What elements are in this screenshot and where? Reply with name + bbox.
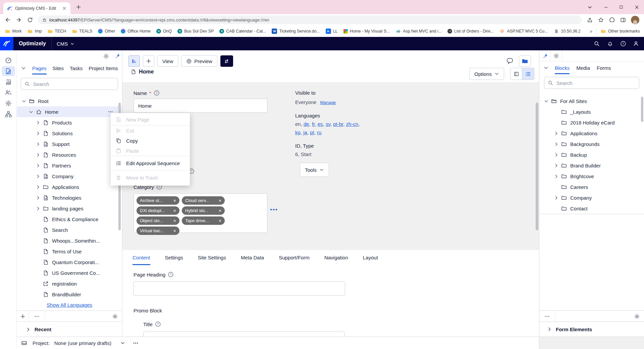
toggle-navigation-button[interactable] — [128, 55, 140, 67]
rail-item-visitor-groups[interactable] — [0, 87, 17, 98]
chevron-down-icon[interactable] — [27, 109, 35, 114]
toggle-edit-mode-button[interactable] — [220, 55, 233, 67]
bookmark-work[interactable]: Work — [5, 29, 22, 34]
tab-forms[interactable]: Forms — [597, 61, 611, 74]
pin-icon[interactable] — [114, 53, 120, 59]
chevron-right-icon[interactable] — [34, 184, 42, 190]
remove-tag-icon[interactable]: × — [173, 229, 176, 233]
bookmark-tech[interactable]: TECH — [47, 29, 66, 34]
tree-item-terms-of-use[interactable]: Terms of Use — [17, 246, 122, 257]
language-link-ru[interactable]: ru — [317, 130, 321, 135]
tree-item-home[interactable]: Home — [17, 106, 122, 117]
form-elements-section[interactable]: Form Elements — [539, 321, 644, 337]
chevron-right-icon[interactable] — [552, 195, 560, 200]
chevron-right-icon[interactable] — [552, 131, 560, 136]
reload-icon[interactable] — [27, 17, 33, 23]
bookmark-bus-sol-dev-sp[interactable]: SBus Sol Dev SP — [177, 29, 214, 34]
remove-tag-icon[interactable]: × — [173, 208, 176, 213]
language-link-ja[interactable]: ja — [303, 130, 307, 135]
back-icon[interactable] — [5, 17, 11, 23]
tree-item-quantum-corporati[interactable]: Quantum Corporati... — [17, 257, 122, 267]
name-field[interactable] — [133, 99, 267, 113]
chevron-right-icon[interactable] — [34, 195, 42, 200]
remove-tag-icon[interactable]: × — [219, 198, 221, 203]
chevron-right-icon[interactable] — [34, 152, 42, 157]
forward-icon[interactable] — [16, 17, 22, 23]
tree-item-applications[interactable]: Applications — [17, 182, 122, 192]
tree-item-brightcove[interactable]: Brightcove — [539, 171, 644, 182]
options-button[interactable]: Options — [469, 68, 504, 80]
tree-item-applications[interactable]: Applications — [539, 128, 644, 139]
bookmark-imp[interactable]: Imp — [28, 29, 42, 34]
chevron-down-icon[interactable] — [542, 98, 550, 104]
gear-icon[interactable] — [630, 311, 644, 322]
bookmark-asp-net-mvc-5-cu[interactable]: ASP.NET MVC 5 Cu... — [499, 29, 548, 34]
comments-bubble-icon[interactable] — [506, 57, 514, 64]
more-options-button[interactable] — [29, 311, 45, 322]
pages-search-input[interactable] — [33, 81, 114, 87]
product-switcher[interactable]: CMS — [57, 41, 74, 47]
bookmark-ll[interactable]: ▶LL — [326, 29, 338, 34]
tab-pages[interactable]: Pages — [32, 62, 47, 74]
name-input[interactable] — [134, 99, 267, 112]
bookmark-teals[interactable]: TEALS — [72, 29, 92, 34]
tree-item-company[interactable]: Company — [539, 192, 644, 203]
columns-view-button[interactable] — [510, 68, 522, 80]
tools-button[interactable]: Tools — [300, 163, 329, 177]
chevron-right-icon[interactable] — [552, 152, 560, 157]
help-icon[interactable]: ? — [620, 41, 626, 47]
tab-meta-data[interactable]: Meta Data — [241, 250, 264, 265]
add-page-button[interactable] — [17, 311, 29, 322]
tree-item-careers[interactable]: Careers — [539, 182, 644, 192]
tree-item-partners[interactable]: Partners — [17, 160, 122, 171]
notifications-bell-icon[interactable] — [607, 41, 613, 47]
tab-navigation[interactable]: Navigation — [324, 250, 348, 265]
bookmarks-overflow-icon[interactable]: » — [590, 29, 592, 34]
tree-item-support[interactable]: Support — [17, 139, 122, 149]
side-panel-icon[interactable] — [620, 17, 626, 23]
bookmark-onq[interactable]: SOnQ — [156, 29, 172, 34]
bookmark-10-50-36-246[interactable]: 10.50.36.246 — [554, 29, 580, 34]
bookmark-asp-net-mvc-and-i[interactable]: vbAsp.Net MVC and i... — [395, 29, 442, 34]
language-link-de[interactable]: de — [304, 121, 309, 127]
tree-item-registration[interactable]: registration — [17, 278, 122, 289]
chevron-right-icon[interactable] — [34, 173, 42, 179]
tree-item-technologies[interactable]: Technologies — [17, 192, 122, 203]
bookmark-star-icon[interactable] — [598, 17, 604, 23]
settings-button[interactable] — [551, 50, 562, 61]
tab-support-form[interactable]: Support/Form — [279, 250, 310, 265]
tab-settings[interactable]: Settings — [165, 250, 183, 265]
bookmark-home-my-visual-s[interactable]: Home - My Visual S... — [343, 29, 390, 34]
tab-blocks[interactable]: Blocks — [555, 61, 570, 74]
chevron-down-icon[interactable] — [21, 65, 26, 71]
rail-item-dashboard[interactable] — [0, 55, 17, 66]
tab-close-icon[interactable] — [62, 6, 67, 11]
bookmark-cab-calendar-cal[interactable]: SCAB Calendar - Cal... — [219, 29, 266, 34]
other-bookmarks[interactable]: Other bookmarks — [601, 29, 640, 34]
tree-item-landing-pages[interactable]: landing pages — [17, 203, 122, 214]
extensions-puzzle-icon[interactable] — [609, 17, 615, 23]
assets-folder-button[interactable] — [519, 55, 531, 67]
context-menu-item-edit-approval-sequence[interactable]: Edit Approval Sequence — [111, 156, 190, 170]
rail-item-reports[interactable] — [0, 77, 17, 87]
tree-item-root[interactable]: Root — [17, 96, 122, 106]
help-icon[interactable]: ? — [168, 271, 174, 278]
scrollbar-thumb[interactable] — [536, 103, 538, 230]
tree-item-backup[interactable]: Backup — [539, 149, 644, 160]
tree-item-2018-holiday-ecard[interactable]: 2018 Holiday eCard — [539, 117, 644, 128]
tab-media[interactable]: Media — [576, 61, 590, 74]
bookmark-list-of-orders-dire[interactable]: ↗List of Orders - Dire... — [447, 29, 494, 34]
tree-item-us-government-co[interactable]: US Government Co... — [17, 267, 122, 278]
rail-item-addons[interactable] — [0, 109, 17, 119]
window-close-icon[interactable] — [634, 4, 639, 10]
help-icon[interactable]: ? — [154, 90, 160, 96]
language-link-ko[interactable]: ko — [295, 130, 301, 135]
chevron-right-icon[interactable] — [34, 163, 42, 168]
project-more-icon[interactable] — [133, 340, 139, 346]
page-heading-input[interactable] — [134, 282, 345, 295]
tree-item-brand-builder[interactable]: Brand Builder — [539, 160, 644, 171]
manage-link[interactable]: Manage — [320, 100, 336, 105]
window-minimize-icon[interactable] — [603, 4, 608, 10]
tree-item-whoops-somethin[interactable]: Whoops...Somethin... — [17, 235, 122, 246]
blocks-search-input[interactable] — [556, 80, 636, 86]
